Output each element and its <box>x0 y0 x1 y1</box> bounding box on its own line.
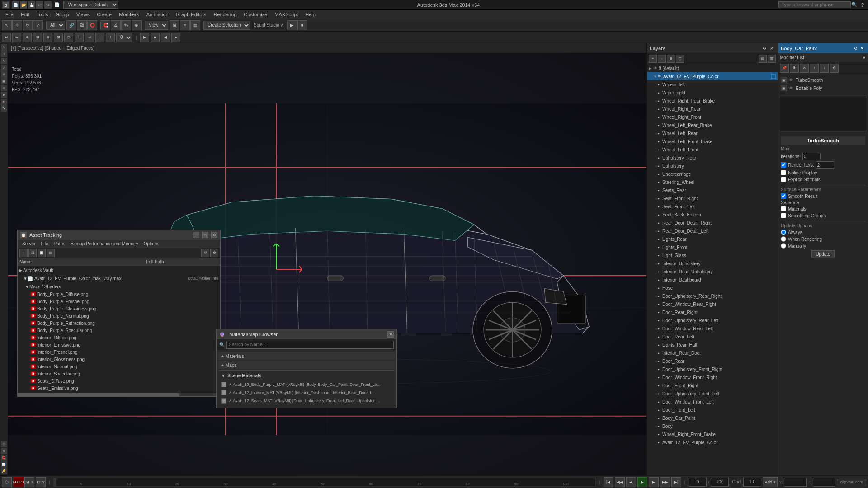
layer-obj-wipers-left[interactable]: ▸ Wipers_left <box>647 80 778 89</box>
layer-obj-wheel-rfb[interactable]: ▸ Wheel_Right_Front_Brake <box>647 430 778 438</box>
lt-modify[interactable]: ▣ <box>1 78 7 84</box>
at-columns-btn[interactable]: ▤ <box>47 249 55 257</box>
lt-motion[interactable]: ▶ <box>1 92 7 98</box>
view-select[interactable]: View <box>145 21 168 30</box>
bt-play[interactable]: ▶ <box>637 477 647 487</box>
ts-smooth-result-check[interactable] <box>781 193 786 199</box>
bind-tool[interactable]: ⭕ <box>87 20 97 30</box>
menu-edit[interactable]: Edit <box>17 11 33 18</box>
rotate-tool[interactable]: ↻ <box>23 20 33 30</box>
at-vault-expand[interactable]: ▶ <box>19 268 22 272</box>
layer-obj-avatr12[interactable]: ▸ Avatr_12_EV_Purple_Color <box>647 438 778 446</box>
menu-rendering[interactable]: Rendering <box>210 11 241 18</box>
play-anim[interactable]: ▶ <box>140 33 149 42</box>
layer-obj-wheel-lf[interactable]: ▸ Wheel_Left_Front <box>647 145 778 154</box>
layer-obj-wheel-rr[interactable]: ▸ Wheel_Right_Rear <box>647 105 778 113</box>
menu-tools[interactable]: Tools <box>33 11 52 18</box>
layer-obj-rddl[interactable]: ▸ Rear_Door_Detail_Left <box>647 227 778 235</box>
bt-y-value[interactable] <box>784 478 807 487</box>
layer-obj-lights-rh[interactable]: ▸ Lights_Rear_Half <box>647 341 778 349</box>
save-btn[interactable]: 💾 <box>28 1 35 9</box>
st-btn-10[interactable]: ⊤ <box>95 33 104 42</box>
at-scrollbar[interactable] <box>18 393 220 396</box>
at-file-9[interactable]: ▣ Interior_Fresnel.png <box>18 348 220 356</box>
menu-create[interactable]: Create <box>93 11 115 18</box>
at-maxfile-expand[interactable]: ▼ <box>23 276 28 281</box>
layer-obj-rddr[interactable]: ▸ Rear_Door_Detail_Right <box>647 219 778 227</box>
at-maxfile[interactable]: ▼ 📄 Avatr_12_EV_Purple_Color_max_vray.ma… <box>18 274 220 282</box>
ts-update-btn[interactable]: Update <box>811 250 834 258</box>
layer-new-btn[interactable]: + <box>649 55 657 63</box>
lt-snap[interactable]: 🧲 <box>1 455 7 461</box>
bt-set-key[interactable]: SET <box>24 477 34 487</box>
layer-expand-btn[interactable]: ▥ <box>768 55 776 63</box>
at-details-btn[interactable]: 📋 <box>38 249 46 257</box>
mb-mat-3[interactable]: V ↗ Avatr_12_Seats_MAT (VRayMtl) [Door_U… <box>219 397 394 405</box>
scale-tool[interactable]: ⤢ <box>33 20 43 30</box>
ts-isoline-check[interactable] <box>781 170 786 175</box>
bt-prev-frame[interactable]: ◀ <box>626 477 636 487</box>
at-file-5[interactable]: ▣ Body_Purple_Refraction.png <box>18 319 220 327</box>
create-selection[interactable]: Create Selection <box>203 21 250 30</box>
stop-anim[interactable]: ■ <box>151 33 160 42</box>
ts-smoothing-check[interactable] <box>781 213 786 218</box>
bt-next-frame[interactable]: ▶ <box>649 477 659 487</box>
at-file-3[interactable]: ▣ Body_Purple_Glossiness.png <box>18 305 220 312</box>
spinner-snap[interactable]: ⊕ <box>132 20 142 30</box>
layer-obj-drr[interactable]: ▸ Door_Rear_Right <box>647 308 778 316</box>
bt-go-end[interactable]: ▶| <box>671 477 681 487</box>
undo-btn[interactable]: ↩ <box>36 1 43 9</box>
st-btn-7[interactable]: ⊡ <box>64 33 73 42</box>
layer-obj-dufr[interactable]: ▸ Door_Upholstery_Front_Right <box>647 365 778 373</box>
mod-down-btn[interactable]: ↓ <box>820 64 829 73</box>
at-maps-expand[interactable]: ▼ <box>25 284 29 289</box>
at-file-7[interactable]: ▣ Interior_Diffuse.png <box>18 334 220 341</box>
bt-auto-key[interactable]: AUTO <box>13 477 23 487</box>
layer-obj-wheel-rrb[interactable]: ▸ Wheel_Right_Rear_Brake <box>647 97 778 105</box>
at-file-8[interactable]: ▣ Interior_Emissive.png <box>18 341 220 348</box>
atm-file[interactable]: File <box>38 241 51 246</box>
lt-move[interactable]: ✛ <box>1 51 7 57</box>
at-file-6[interactable]: ▣ Body_Purple_Specular.png <box>18 327 220 334</box>
layer-add-sel-btn[interactable]: ⊕ <box>667 55 675 63</box>
menu-maxscript[interactable]: MAXScript <box>271 11 302 18</box>
modifier-panel-close[interactable]: ✕ <box>859 45 865 52</box>
unlink-tool[interactable]: ⛓ <box>77 20 87 30</box>
lt-transform[interactable]: ⊡ <box>1 441 7 447</box>
st-btn-5[interactable]: ⊟ <box>43 33 52 42</box>
bt-key-mode[interactable]: ⬡ <box>2 477 12 487</box>
at-file-14[interactable]: ▣ Seats_Emissive.png <box>18 385 220 392</box>
layer-obj-upholstery[interactable]: ▸ Upholstery <box>647 162 778 170</box>
layer-obj-lights-r[interactable]: ▸ Lights_Rear <box>647 235 778 243</box>
at-settings-btn[interactable]: ⚙ <box>210 249 218 257</box>
mod-up-btn[interactable]: ↑ <box>810 64 819 73</box>
modifier-panel-settings[interactable]: ⚙ <box>853 45 859 52</box>
mb-maps-header[interactable]: + Maps <box>218 361 395 369</box>
modifier-editable-poly[interactable]: ▣ 👁 Editable Poly <box>780 84 866 92</box>
viewport[interactable]: [+] [Perspective] [Shaded + Edged Faces]… <box>8 43 646 475</box>
layer-obj-dwfl[interactable]: ▸ Door_Window_Front_Left <box>647 398 778 406</box>
mirror-tool[interactable]: ⊞ <box>170 20 179 30</box>
layer-obj-dfl[interactable]: ▸ Door_Front_Left <box>647 406 778 414</box>
ts-render-iters-check[interactable] <box>781 162 786 168</box>
layer-selected[interactable]: ▼ 👁 Avatr_12_EV_Purple_Color <box>647 72 778 80</box>
layer-obj-int-rear-upholstery[interactable]: ▸ Interior_Rear_Upholstery <box>647 267 778 276</box>
help-search[interactable] <box>778 1 851 8</box>
at-file-2[interactable]: ▣ Body_Purple_Fresnel.png <box>18 298 220 305</box>
layer-obj-wheel-lrb[interactable]: ▸ Wheel_Left_Rear_Brake <box>647 121 778 129</box>
mb-close-btn[interactable]: ✕ <box>387 331 394 338</box>
mod-config-btn[interactable]: ⚙ <box>830 64 839 73</box>
at-file-10[interactable]: ▣ Interior_Glossiness.png <box>18 356 220 363</box>
layer-obj-body-car-paint[interactable]: ▸ Body_Car_Paint <box>647 414 778 422</box>
at-list-btn[interactable]: ≡ <box>19 249 28 257</box>
ts-render-iters-input[interactable] <box>816 161 834 169</box>
ts-always-radio[interactable] <box>781 230 786 235</box>
at-file-11[interactable]: ▣ Interior_Normal.png <box>18 363 220 370</box>
next-frame[interactable]: ▶ <box>171 33 180 42</box>
atm-paths[interactable]: Paths <box>51 241 68 246</box>
bt-key-filters[interactable]: KEY <box>36 477 46 487</box>
st-btn-3[interactable]: ⊕ <box>23 33 32 42</box>
angle-snap[interactable]: ∡ <box>111 20 121 30</box>
menu-group[interactable]: Group <box>52 11 73 18</box>
help-icon[interactable]: ? <box>859 1 866 9</box>
